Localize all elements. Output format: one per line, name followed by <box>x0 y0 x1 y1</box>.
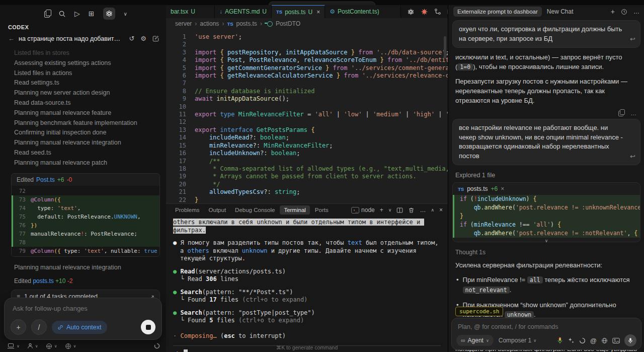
assistant-bullet: • При minRelevance != all теперь жёстко … <box>456 275 636 295</box>
breadcrumb[interactable]: server› actions› TS posts.ts› PostDTO <box>166 18 448 29</box>
agent-mode-pill[interactable]: ∞ Agent ∨ <box>456 335 494 346</box>
diff-file-name[interactable]: posts.ts <box>467 185 488 192</box>
restore-checkpoint-icon[interactable]: ↩ <box>630 152 635 162</box>
files-icon[interactable] <box>44 10 50 18</box>
code-line: qb.andWhere('post.relevance != :notRelev… <box>453 229 640 238</box>
code-line: 9await initAppDataSource(); <box>166 95 448 103</box>
terminal-line: └ Found 17 files (ctrl+o to expand) <box>173 296 448 304</box>
code-editor[interactable]: 1'use server';23import { postRepository,… <box>166 29 448 207</box>
chat-input-toolbar: ∞ Agent ∨ Composer 1 ∨ <box>456 334 636 346</box>
diff-code: 7273@Column({74 type: 'text',75 default:… <box>12 186 159 256</box>
slash-command-button[interactable]: / <box>31 319 47 335</box>
composer-selector[interactable]: Composer 1 ∨ <box>499 337 536 344</box>
chat-tab-active[interactable]: Externalize prompt to dashboar <box>453 7 542 17</box>
script-tag[interactable]: supercode.sh <box>455 307 503 316</box>
diff-card-post-ts[interactable]: Edited Post.ts +6 -0 7273@Column({74 typ… <box>11 173 160 257</box>
editor-scrollbar[interactable] <box>444 36 446 58</box>
tab-posts-ts[interactable]: TS posts.tsU × <box>272 5 325 18</box>
extensions-icon[interactable]: ⊞ <box>89 10 95 18</box>
tab-terminal[interactable]: Terminal <box>280 205 309 215</box>
typescript-icon: TS <box>458 186 464 192</box>
account-selector[interactable]: ∨ <box>27 343 38 349</box>
edited-file-link[interactable]: posts.ts <box>33 277 53 285</box>
mode-selector[interactable]: ∨ <box>46 343 57 349</box>
image-icon[interactable] <box>612 337 620 344</box>
more-actions-icon[interactable]: … <box>633 8 639 15</box>
gear-file-icon: ⚙ <box>330 8 335 15</box>
chat-panel: Externalize prompt to dashboar New Chat … <box>448 5 644 352</box>
stop-button[interactable] <box>141 320 155 334</box>
new-task-icon[interactable] <box>152 35 159 42</box>
code-line: 11export type MinRelevanceFilter = 'all'… <box>166 111 448 118</box>
chat-diff-card[interactable]: TS posts.ts +6 × if (!includeUnknown) { … <box>452 182 640 242</box>
sparkle-icon[interactable] <box>568 337 575 344</box>
tab-ports[interactable]: Ports <box>311 205 333 215</box>
device-selector[interactable]: ∨ <box>7 343 20 349</box>
person-icon <box>27 343 33 349</box>
history-icon[interactable]: ↺ <box>129 35 134 42</box>
tab-output[interactable]: Output <box>205 205 230 215</box>
close-icon[interactable]: × <box>316 9 320 16</box>
new-chat-tab[interactable]: New Chat <box>547 8 574 15</box>
chevron-down-icon[interactable]: ∨ <box>388 207 392 213</box>
user-message: охуел что ли, сортировка и фильтрации до… <box>452 20 640 48</box>
terminal-line: ● Search(pattern: "postType|post_type") <box>173 309 448 317</box>
tab-postcontent[interactable]: ⚙ PostContent.ts) <box>325 5 401 18</box>
tab-problems[interactable]: Problems <box>171 205 204 215</box>
copy-icon[interactable] <box>618 111 623 116</box>
dictation-icon[interactable] <box>557 337 563 344</box>
search-icon[interactable] <box>58 10 66 18</box>
diff-prefix: Edited <box>17 176 34 183</box>
compare-changes-icon[interactable] <box>434 8 441 15</box>
split-terminal-icon[interactable] <box>396 207 403 214</box>
chat-input-card[interactable]: Plan, @ for context, / for commands ∞ Ag… <box>451 318 641 350</box>
more-actions-icon[interactable]: … <box>420 206 426 214</box>
followup-input-card[interactable]: Ask for follow-up changes + / Auto conte… <box>4 298 162 340</box>
close-icon[interactable]: × <box>501 185 504 192</box>
titlebar <box>0 0 644 5</box>
close-panel-icon[interactable]: × <box>439 206 443 214</box>
gear-icon[interactable]: ⚙ <box>140 35 146 42</box>
codex-openai-icon[interactable] <box>103 8 115 20</box>
task-title[interactable]: на странице поста надо добавить возмо... <box>19 35 123 42</box>
more-actions-icon[interactable]: … <box>630 110 636 117</box>
diff-file-link[interactable]: Post.ts <box>36 176 55 183</box>
thought-duration-label[interactable]: Thought 1s <box>455 249 637 256</box>
chat-input-placeholder[interactable]: Plan, @ for context, / for commands <box>452 318 641 330</box>
terminal-output[interactable]: others включали в себя unknown и были от… <box>166 216 448 340</box>
tab-debug-console[interactable]: Debug Console <box>231 205 279 215</box>
code-line: 78 <box>12 238 159 247</box>
terminal-shell-selector[interactable]: ›_ node <box>351 206 374 214</box>
mention-icon[interactable]: @ <box>590 337 597 344</box>
user-message: все настройки relevance не работают вооб… <box>452 119 640 165</box>
back-icon[interactable]: ← <box>8 35 15 42</box>
run-debug-icon[interactable]: ▷ <box>74 10 80 18</box>
new-terminal-icon[interactable]: + <box>380 206 383 214</box>
explored-files-label[interactable]: Explored 1 file <box>455 172 637 179</box>
openai-icon[interactable] <box>407 8 415 16</box>
history-clock-icon[interactable] <box>621 9 627 15</box>
maximize-panel-icon[interactable]: ∧ <box>431 207 434 213</box>
split-circle-icon <box>65 343 71 349</box>
context-usage-icon[interactable] <box>579 337 586 344</box>
globe-icon[interactable] <box>601 337 608 344</box>
splat-icon[interactable] <box>421 8 428 16</box>
codex-title: CODEX <box>0 22 166 30</box>
expand-chevron-icon[interactable]: ∨ <box>545 238 548 243</box>
theme-selector[interactable]: ∨ <box>65 343 76 349</box>
attach-button[interactable]: + <box>11 319 26 335</box>
trash-icon[interactable] <box>408 207 415 214</box>
command-center-pill[interactable] <box>269 2 375 5</box>
followup-placeholder[interactable]: Ask for follow-up changes <box>5 298 162 312</box>
code-line: 10 <box>166 103 448 111</box>
restore-checkpoint-icon[interactable]: ↩ <box>630 35 635 44</box>
voice-button[interactable] <box>624 334 636 346</box>
code-line: 14 includeRead?: boolean; <box>166 134 448 142</box>
code-line: qb.andWhere('post.relevance != :unknownR… <box>453 203 640 212</box>
auto-context-pill[interactable]: Auto context <box>52 321 107 334</box>
tab-bar-tsx[interactable]: bar.tsxU <box>166 5 215 18</box>
task-step: Planning manual relevance integration <box>14 138 166 148</box>
chevron-down-icon[interactable]: ∨ <box>124 11 127 17</box>
new-chat-icon[interactable]: + <box>611 8 615 16</box>
tab-agents-md[interactable]: ↓ AGENTS.mdU <box>215 5 272 18</box>
